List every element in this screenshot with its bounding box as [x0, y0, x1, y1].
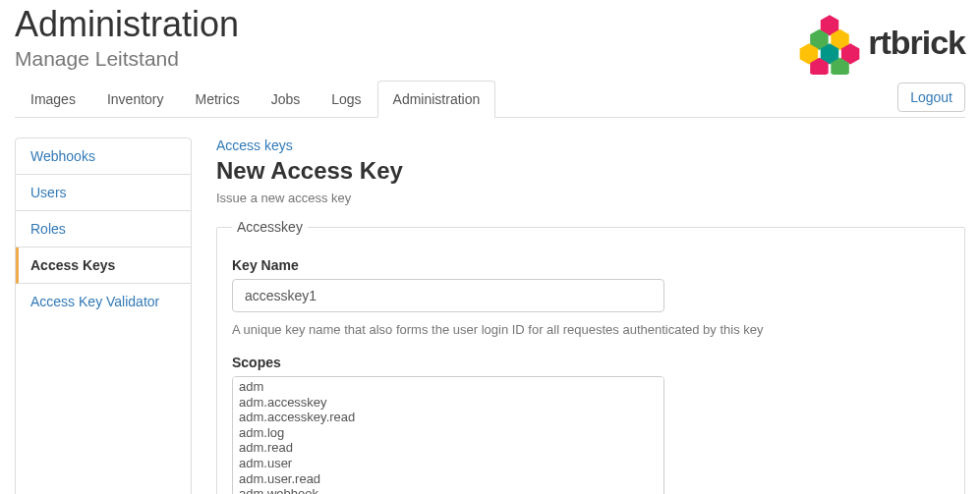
scope-option[interactable]: adm.user: [239, 456, 663, 471]
scope-option[interactable]: adm.accesskey.read: [239, 410, 663, 425]
page-subtitle: Manage Leitstand: [15, 47, 239, 71]
brand-logo: rtbrick: [797, 4, 965, 75]
sidebar-item-users[interactable]: Users: [16, 175, 191, 211]
sidebar-item-webhooks[interactable]: Webhooks: [16, 138, 191, 175]
tab-jobs[interactable]: Jobs: [256, 81, 317, 118]
scope-option[interactable]: adm: [239, 379, 663, 395]
content-description: Issue a new access key: [216, 191, 965, 205]
scopes-select[interactable]: admadm.accesskeyadm.accesskey.readadm.lo…: [232, 376, 664, 494]
sidebar-item-access-key-validator[interactable]: Access Key Validator: [16, 284, 191, 319]
accesskey-fieldset: Accesskey Key Name A unique key name tha…: [216, 219, 965, 494]
breadcrumb[interactable]: Access keys: [216, 137, 293, 153]
content-title: New Access Key: [216, 157, 965, 185]
key-name-label: Key Name: [232, 257, 950, 273]
brand-name: rtbrick: [868, 24, 965, 62]
tab-images[interactable]: Images: [15, 81, 91, 118]
tab-inventory[interactable]: Inventory: [91, 81, 180, 118]
scope-option[interactable]: adm.read: [239, 440, 663, 456]
logout-button[interactable]: Logout: [897, 82, 965, 112]
tab-metrics[interactable]: Metrics: [180, 81, 256, 118]
main-tabs: ImagesInventoryMetricsJobsLogsAdministra…: [15, 81, 495, 117]
scope-option[interactable]: adm.webhook: [239, 486, 663, 494]
scopes-label: Scopes: [232, 355, 950, 370]
scope-option[interactable]: adm.log: [239, 425, 663, 441]
fieldset-legend: Accesskey: [232, 219, 308, 235]
sidebar-item-access-keys[interactable]: Access Keys: [16, 247, 191, 284]
key-name-help: A unique key name that also forms the us…: [232, 322, 950, 337]
scope-option[interactable]: adm.accesskey: [239, 395, 663, 411]
sidebar: WebhooksUsersRolesAccess KeysAccess Key …: [15, 137, 192, 494]
scope-option[interactable]: adm.user.read: [239, 471, 663, 487]
sidebar-item-roles[interactable]: Roles: [16, 211, 191, 247]
tab-administration[interactable]: Administration: [377, 81, 496, 118]
key-name-input[interactable]: [232, 279, 664, 312]
tab-logs[interactable]: Logs: [316, 81, 376, 118]
page-title: Administration: [15, 4, 239, 45]
rtbrick-logo-icon: [797, 10, 862, 75]
